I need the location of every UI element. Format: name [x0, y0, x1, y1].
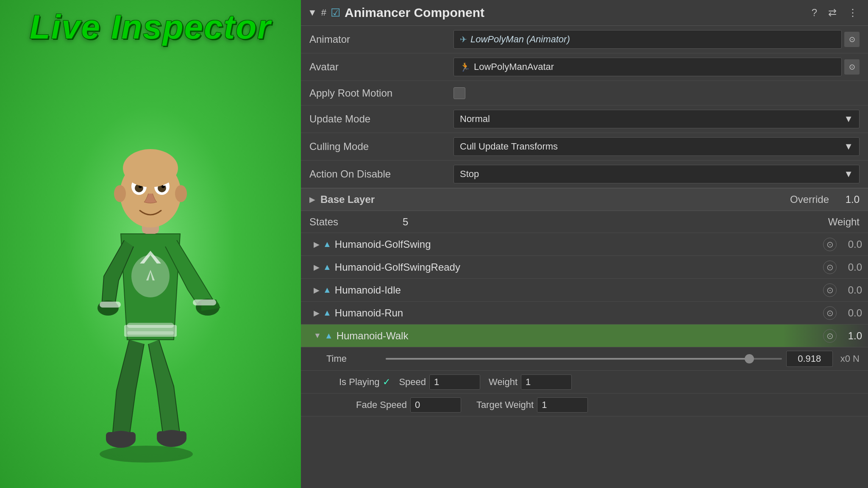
states-count: 5	[403, 216, 828, 228]
base-layer-arrow[interactable]: ▶	[309, 195, 315, 204]
states-weight-label: Weight	[828, 216, 860, 228]
speed-label: Speed	[399, 377, 426, 388]
golf-swing-ready-name: Humanoid-GolfSwingReady	[335, 261, 823, 273]
idle-clip-icon: ▲	[323, 285, 331, 295]
avatar-label: Avatar	[309, 61, 453, 73]
base-layer-value: 1.0	[834, 194, 860, 205]
anim-row-idle: ▶ ▲ Humanoid-Idle ⊙ 0.0	[301, 279, 868, 302]
culling-mode-text: Cull Update Transforms	[460, 141, 558, 152]
svg-point-16	[175, 185, 187, 202]
help-button[interactable]: ?	[808, 5, 821, 20]
walk-slider-fill	[386, 358, 749, 360]
culling-mode-row: Culling Mode Cull Update Transforms ▼	[301, 133, 868, 161]
run-clip-icon: ▲	[323, 308, 331, 318]
avatar-field[interactable]: 🏃 LowPolyManAvatar	[453, 58, 842, 76]
apply-root-motion-checkbox[interactable]	[453, 87, 465, 99]
update-mode-field[interactable]: Normal ▼	[453, 110, 860, 128]
walk-weight: 1.0	[841, 330, 862, 342]
walk-time-extra: x0 N	[840, 353, 860, 364]
avatar-text: LowPolyManAvatar	[474, 61, 554, 72]
animator-target-button[interactable]: ⊙	[844, 32, 860, 47]
culling-mode-dropdown[interactable]: ▼	[844, 141, 853, 152]
culling-mode-field[interactable]: Cull Update Transforms ▼	[453, 137, 860, 156]
anim-row-golf-swing-ready: ▶ ▲ Humanoid-GolfSwingReady ⊙ 0.0	[301, 256, 868, 279]
base-layer-section: ▶ Base Layer Override 1.0	[301, 188, 868, 211]
settings-button[interactable]: ⇄	[825, 5, 840, 20]
animator-icon: ✈	[460, 34, 467, 44]
inspector-panel: ▼ # ☑ Animancer Component ? ⇄ ⋮ Animator…	[301, 0, 868, 488]
collapse-icon[interactable]: ▼	[308, 7, 317, 18]
run-arrow[interactable]: ▶	[314, 308, 320, 318]
character-container	[61, 115, 239, 463]
is-playing-label: Is Playing	[339, 377, 379, 388]
svg-rect-11	[100, 302, 121, 308]
update-mode-dropdown[interactable]: ▼	[844, 114, 853, 125]
run-target-button[interactable]: ⊙	[823, 306, 837, 320]
update-mode-text: Normal	[460, 114, 490, 125]
walk-weight-value[interactable]: 1	[521, 374, 572, 390]
walk-slider-container: 0.918 x0 N	[386, 351, 860, 367]
states-label: States	[309, 216, 403, 228]
enabled-checkbox[interactable]: ☑	[331, 6, 340, 19]
golf-swing-ready-clip-icon: ▲	[323, 262, 331, 272]
walk-time-value[interactable]: 0.918	[786, 351, 833, 367]
hash-icon: #	[321, 7, 326, 18]
live-inspector-title: Live Inspector	[30, 8, 271, 46]
action-on-disable-field[interactable]: Stop ▼	[453, 165, 860, 183]
idle-target-button[interactable]: ⊙	[823, 283, 837, 297]
fade-speed-value[interactable]: 0	[410, 397, 461, 413]
golf-swing-target-button[interactable]: ⊙	[823, 238, 837, 251]
svg-rect-8	[124, 325, 177, 337]
svg-point-0	[100, 446, 193, 463]
golf-swing-ready-weight: 0.0	[841, 261, 862, 273]
anim-row-walk: ▼ ▲ Humanoid-Walk ⊙ 1.0	[301, 324, 868, 347]
speed-value[interactable]: 1	[429, 374, 480, 390]
culling-mode-label: Culling Mode	[309, 141, 453, 152]
svg-point-5	[131, 255, 170, 297]
golf-swing-ready-arrow[interactable]: ▶	[314, 263, 320, 272]
walk-slider-thumb	[745, 354, 754, 363]
idle-weight: 0.0	[841, 284, 862, 296]
walk-time-row: Time 0.918 x0 N	[301, 347, 868, 371]
golf-swing-arrow[interactable]: ▶	[314, 240, 320, 249]
action-on-disable-row: Action On Disable Stop ▼	[301, 161, 868, 188]
run-name: Humanoid-Run	[335, 307, 823, 319]
svg-rect-12	[193, 299, 216, 305]
inspector-body: Animator ✈ LowPolyMan (Animator) ⊙ Avata…	[301, 26, 868, 488]
anim-row-golf-swing: ▶ ▲ Humanoid-GolfSwing ⊙ 0.0	[301, 233, 868, 256]
apply-root-motion-value	[453, 87, 860, 99]
fade-speed-label: Fade Speed	[356, 399, 407, 410]
left-panel: Live Inspector	[0, 0, 301, 488]
avatar-value: 🏃 LowPolyManAvatar ⊙	[453, 58, 860, 76]
is-playing-check[interactable]: ✓	[383, 377, 390, 388]
target-weight-value[interactable]: 1	[537, 397, 588, 413]
run-weight: 0.0	[841, 307, 862, 319]
animator-value: ✈ LowPolyMan (Animator) ⊙	[453, 30, 860, 49]
walk-time-slider[interactable]	[386, 358, 782, 360]
golf-swing-ready-target-button[interactable]: ⊙	[823, 261, 837, 274]
walk-arrow[interactable]: ▼	[314, 331, 321, 340]
animator-field[interactable]: ✈ LowPolyMan (Animator)	[453, 30, 842, 49]
menu-button[interactable]: ⋮	[844, 5, 861, 20]
target-weight-label: Target Weight	[476, 399, 534, 410]
states-row: States 5 Weight	[301, 211, 868, 233]
base-layer-type: Override	[790, 194, 829, 205]
component-title: Animancer Component	[345, 6, 804, 20]
avatar-icon: 🏃	[460, 62, 470, 72]
walk-name: Humanoid-Walk	[337, 330, 823, 342]
update-mode-row: Update Mode Normal ▼	[301, 105, 868, 133]
culling-mode-value: Cull Update Transforms ▼	[453, 137, 860, 156]
action-on-disable-dropdown[interactable]: ▼	[844, 169, 853, 180]
walk-playing-row: Is Playing ✓ Speed 1 Weight 1	[301, 371, 868, 394]
golf-swing-clip-icon: ▲	[323, 239, 331, 249]
avatar-target-button[interactable]: ⊙	[844, 59, 860, 75]
walk-time-label: Time	[326, 353, 386, 364]
animator-row: Animator ✈ LowPolyMan (Animator) ⊙	[301, 26, 868, 53]
update-mode-label: Update Mode	[309, 113, 453, 125]
walk-target-button[interactable]: ⊙	[823, 329, 837, 343]
base-layer-label: Base Layer	[320, 194, 375, 205]
animator-label: Animator	[309, 33, 453, 45]
idle-arrow[interactable]: ▶	[314, 286, 320, 295]
avatar-row: Avatar 🏃 LowPolyManAvatar ⊙	[301, 53, 868, 81]
golf-swing-name: Humanoid-GolfSwing	[335, 238, 823, 250]
